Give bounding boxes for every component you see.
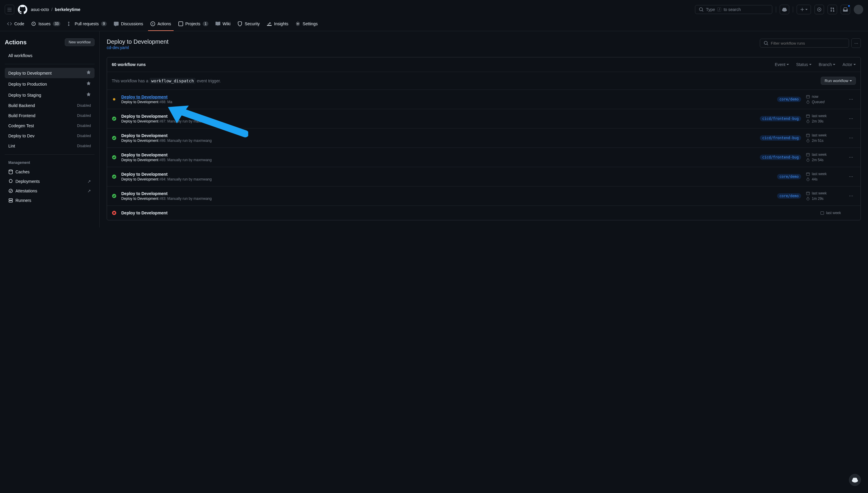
svg-rect-20 bbox=[806, 153, 810, 156]
sidebar-workflow-item[interactable]: Deploy to Production bbox=[5, 79, 94, 89]
notifications-button[interactable] bbox=[841, 5, 850, 14]
sidebar-management-item[interactable]: Runners bbox=[5, 196, 94, 205]
run-branch-badge[interactable]: core/demo bbox=[777, 174, 801, 179]
search-prefix: Type bbox=[706, 7, 715, 12]
github-logo-icon[interactable] bbox=[18, 5, 27, 14]
run-branch-badge[interactable]: core/demo bbox=[777, 193, 801, 199]
sidebar-management-item[interactable]: Caches bbox=[5, 167, 94, 177]
svg-rect-9 bbox=[9, 201, 13, 202]
issues-button[interactable] bbox=[815, 5, 824, 14]
run-item: Deploy to Development Deploy to Developm… bbox=[107, 167, 861, 187]
run-branch-badge[interactable]: core/demo bbox=[777, 97, 801, 102]
runs-list: 60 workflow runs Event Status Branch Act… bbox=[107, 57, 861, 220]
pin-icon[interactable] bbox=[86, 92, 91, 98]
tab-issues[interactable]: Issues33 bbox=[29, 19, 63, 31]
filter-status[interactable]: Status bbox=[796, 62, 811, 67]
gear-icon bbox=[295, 21, 300, 26]
run-menu-button[interactable]: ⋯ bbox=[846, 152, 856, 162]
breadcrumb-org[interactable]: asuc-octo bbox=[31, 7, 49, 12]
filter-runs-input[interactable] bbox=[760, 39, 849, 48]
new-workflow-button[interactable]: New workflow bbox=[65, 38, 94, 46]
run-branch-badge[interactable]: cicd/frontend-bug bbox=[760, 135, 801, 141]
sidebar-all-workflows[interactable]: All workflows bbox=[5, 51, 94, 60]
workflow-file-link[interactable]: cd-dev.yaml bbox=[107, 45, 129, 50]
sidebar-workflow-item[interactable]: LintDisabled bbox=[5, 141, 94, 151]
run-title-link[interactable]: Deploy to Development bbox=[121, 94, 168, 99]
sidebar-workflow-item[interactable]: Codegen TestDisabled bbox=[5, 121, 94, 131]
run-title-link[interactable]: Deploy to Development bbox=[121, 191, 168, 196]
sidebar-workflow-item[interactable]: Build FrontendDisabled bbox=[5, 111, 94, 121]
breadcrumb-separator: / bbox=[51, 7, 52, 12]
sidebar-workflow-item[interactable]: Deploy to Development bbox=[5, 68, 94, 78]
run-meta: Deploy to Development #85: Manually run … bbox=[121, 158, 755, 162]
search-input[interactable]: Type / to search bbox=[695, 5, 772, 14]
sidebar-workflow-item[interactable]: Deploy to Staging bbox=[5, 90, 94, 100]
run-timing: last week 2m 54s bbox=[806, 152, 842, 162]
run-menu-button[interactable]: ⋯ bbox=[846, 191, 856, 201]
run-workflow-button[interactable]: Run workflow bbox=[821, 77, 856, 85]
run-item: Deploy to Development Deploy to Developm… bbox=[107, 90, 861, 109]
run-menu-button[interactable]: ⋯ bbox=[846, 94, 856, 104]
workflow-menu-button[interactable]: ⋯ bbox=[851, 38, 861, 48]
sidebar-workflow-label: Deploy to Dev bbox=[8, 133, 35, 138]
filter-event[interactable]: Event bbox=[775, 62, 789, 67]
dispatch-text: This workflow has a workflow_dispatch ev… bbox=[112, 79, 221, 83]
tab-discussions[interactable]: Discussions bbox=[111, 19, 146, 31]
pulls-button[interactable] bbox=[828, 5, 837, 14]
run-menu-button[interactable]: ⋯ bbox=[846, 133, 856, 143]
pending-status-icon bbox=[112, 97, 116, 102]
issue-icon bbox=[31, 21, 36, 26]
sidebar-workflow-item[interactable]: Build BackendDisabled bbox=[5, 101, 94, 110]
failed-status-icon bbox=[112, 211, 116, 215]
breadcrumb-repo[interactable]: berkeleytime bbox=[55, 7, 81, 12]
run-menu-button[interactable]: ⋯ bbox=[846, 114, 856, 123]
run-branch-badge[interactable]: cicd/frontend-bug bbox=[760, 116, 801, 121]
copilot-button[interactable] bbox=[780, 5, 789, 14]
tab-actions[interactable]: Actions bbox=[148, 19, 174, 31]
cache-icon bbox=[8, 170, 13, 174]
tab-pulls[interactable]: Pull requests9 bbox=[65, 19, 109, 31]
svg-point-1 bbox=[819, 9, 820, 10]
stopwatch-icon bbox=[806, 119, 810, 123]
tab-wiki[interactable]: Wiki bbox=[213, 19, 233, 31]
run-title-link[interactable]: Deploy to Development bbox=[121, 114, 168, 119]
filter-branch[interactable]: Branch bbox=[819, 62, 835, 67]
repo-nav: Code Issues33 Pull requests9 Discussions… bbox=[0, 19, 868, 31]
sidebar-management-title: Management bbox=[5, 158, 94, 167]
filter-actor[interactable]: Actor bbox=[842, 62, 856, 67]
code-icon bbox=[7, 21, 12, 26]
calendar-icon bbox=[806, 133, 810, 137]
success-status-icon bbox=[112, 116, 116, 121]
run-title-link[interactable]: Deploy to Development bbox=[121, 152, 168, 157]
sidebar-management-item[interactable]: Attestations↗ bbox=[5, 186, 94, 196]
search-icon bbox=[764, 41, 769, 45]
pin-icon[interactable] bbox=[86, 70, 91, 76]
plus-icon bbox=[800, 7, 805, 12]
graph-icon bbox=[267, 21, 272, 26]
tab-insights[interactable]: Insights bbox=[265, 19, 291, 31]
run-title-link[interactable]: Deploy to Development bbox=[121, 172, 168, 177]
run-menu-button[interactable]: ⋯ bbox=[846, 172, 856, 181]
tab-projects[interactable]: Projects1 bbox=[176, 19, 211, 31]
sidebar-management-item[interactable]: Deployments↗ bbox=[5, 177, 94, 186]
run-branch-badge[interactable]: cicd/frontend-bug bbox=[760, 155, 801, 160]
pin-icon[interactable] bbox=[86, 81, 91, 87]
calendar-icon bbox=[806, 152, 810, 157]
svg-rect-14 bbox=[806, 115, 810, 118]
play-icon bbox=[150, 21, 155, 26]
copilot-icon bbox=[782, 7, 787, 12]
run-title-link[interactable]: Deploy to Development bbox=[121, 211, 168, 215]
calendar-icon bbox=[806, 114, 810, 118]
tab-settings[interactable]: Settings bbox=[293, 19, 320, 31]
user-avatar[interactable] bbox=[854, 5, 863, 14]
success-status-icon bbox=[112, 174, 116, 179]
create-button[interactable] bbox=[797, 5, 811, 14]
run-title-link[interactable]: Deploy to Development bbox=[121, 133, 168, 138]
tab-code[interactable]: Code bbox=[5, 19, 26, 31]
tab-security[interactable]: Security bbox=[235, 19, 262, 31]
sidebar-workflow-item[interactable]: Deploy to DevDisabled bbox=[5, 131, 94, 141]
calendar-icon bbox=[806, 172, 810, 176]
stopwatch-icon bbox=[806, 138, 810, 143]
menu-button[interactable] bbox=[5, 5, 14, 14]
run-meta: Deploy to Development #84: Manually run … bbox=[121, 177, 772, 181]
